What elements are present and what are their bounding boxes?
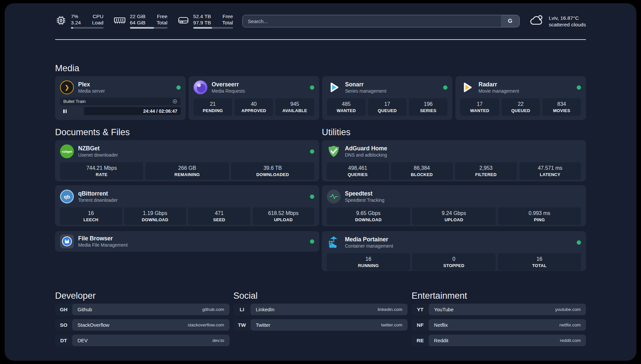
link-url: stackoverflow.com (188, 322, 224, 327)
app-card-qbittorrent[interactable]: qb qBittorrent Torrent downloader 16 LEE… (55, 185, 319, 226)
section-title-media: Media (55, 63, 586, 74)
link-abbr: LI (233, 304, 251, 315)
stat-box: 40 APPROVED (234, 98, 273, 116)
search-engine-button[interactable]: G (501, 15, 519, 27)
app-card-nzbget[interactable]: nzbget NZBGet Usenet downloader 744.21 M… (55, 140, 319, 181)
speedtest-icon (327, 190, 341, 203)
cloud-icon (529, 15, 544, 28)
stat-box: 16 TOTAL (498, 253, 581, 271)
stat-box: 16 RUNNING (327, 253, 410, 271)
link-abbr: TW (233, 319, 251, 331)
disk-total-label: Total (222, 20, 233, 26)
link-twitter[interactable]: TW Twitter twitter.com (233, 319, 408, 331)
app-desc: Series management (345, 88, 386, 94)
link-name: Reddit (434, 338, 448, 343)
link-stackoverflow[interactable]: SO StackOverflow stackoverflow.com (55, 319, 229, 331)
now-playing-row: Bullet Train (60, 98, 181, 105)
app-card-plex[interactable]: ❯ Plex Media server Bullet Train (55, 76, 186, 120)
stat-box: 945 AVAILABLE (275, 98, 314, 116)
link-linkedin[interactable]: LI LinkedIn linkedin.com (233, 304, 408, 315)
playback-time: 24:44 / 02:06:47 (143, 108, 181, 114)
status-dot (577, 85, 581, 90)
sonarr-icon (327, 80, 341, 94)
app-name: Plex (78, 81, 105, 88)
header: 7% 3.24 CPU Load (55, 12, 586, 30)
stat-box: 834 MOVIES (542, 98, 581, 116)
app-card-overseerr[interactable]: Overseerr Media Requests 21 PENDING 40 A… (189, 76, 319, 120)
app-name: qBittorrent (78, 190, 118, 197)
cpu-load-value: 3.24 (71, 20, 81, 26)
disk-free-label: Free (222, 14, 233, 19)
stat-box: 2,953 FILTERED (455, 162, 517, 180)
stat-box: 618.52 Mbps UPLOAD (253, 207, 315, 225)
disk-free: 52.4 TB (193, 14, 211, 19)
stat-box: 16 LEECH (60, 207, 122, 225)
app-desc: Usenet downloader (78, 152, 118, 158)
link-url: twitter.com (381, 322, 403, 327)
app-card-speedtest[interactable]: Speedtest Speedtest Tracking 9.65 Gbps D… (322, 185, 586, 226)
link-abbr: GH (55, 304, 72, 315)
stat-box: 471 SEED (188, 207, 250, 225)
gear-icon[interactable] (172, 99, 177, 104)
stat-box: 266 GB REMAINING (145, 162, 229, 180)
link-name: Twitter (256, 322, 270, 328)
stat-box: 9.65 Gbps DOWNLOAD (327, 207, 410, 225)
cpu-label: CPU (92, 14, 103, 19)
stat-box: 22 QUEUED (502, 98, 540, 116)
dashboard: 7% 3.24 CPU Load (5, 3, 636, 361)
search-input[interactable] (243, 15, 501, 27)
app-desc: Torrent downloader (78, 197, 118, 203)
disk-total: 97.9 TB (193, 20, 211, 26)
status-dot (310, 85, 314, 90)
link-abbr: YT (412, 304, 429, 315)
search-bar[interactable]: G (242, 15, 520, 27)
app-card-radarr[interactable]: Radarr Movie management 17 WANTED 22 QUE… (455, 76, 586, 120)
link-abbr: DT (55, 335, 72, 346)
app-name: Overseerr (212, 81, 245, 88)
link-abbr: NF (412, 319, 429, 331)
section-title-documents: Documents & Files (55, 127, 319, 137)
radarr-icon (460, 80, 474, 94)
stat-box: 0.993 ms PING (498, 207, 581, 225)
status-dot (310, 195, 314, 199)
stat-box: 17 WANTED (460, 98, 499, 116)
stat-box: 39.6 TB DOWNLOADED (231, 162, 314, 180)
link-name: LinkedIn (256, 307, 275, 312)
overseerr-icon (194, 80, 207, 94)
section-title-developer: Developer (55, 290, 229, 301)
link-url: reddit.com (560, 338, 581, 343)
link-youtube[interactable]: YT YouTube youtube.com (412, 304, 586, 315)
stat-box: 196 SERIES (409, 98, 447, 116)
playback-progress-bar[interactable]: 24:44 / 02:06:47 (60, 107, 181, 115)
adguard-icon (327, 144, 341, 158)
link-abbr: SO (55, 319, 72, 331)
link-netflix[interactable]: NF Netflix netflix.com (412, 319, 586, 331)
app-name: Sonarr (345, 81, 386, 88)
app-card-portainer[interactable]: Media Portainer Container management 16 … (322, 231, 586, 271)
link-url: github.com (202, 307, 224, 312)
disk-stat: 52.4 TB 97.9 TB Free Total (177, 14, 233, 29)
stat-box: 0 STOPPED (412, 253, 495, 271)
app-desc: Container management (345, 243, 393, 249)
qbittorrent-icon: qb (60, 190, 74, 203)
link-dev[interactable]: DT DEV dev.to (55, 335, 229, 346)
pause-button[interactable] (63, 109, 67, 113)
link-url: youtube.com (555, 307, 581, 312)
disk-progress (193, 27, 233, 29)
app-name: Speedtest (345, 190, 384, 197)
link-github[interactable]: GH Github github.com (55, 304, 229, 315)
plex-icon: ❯ (60, 80, 74, 94)
app-card-sonarr[interactable]: Sonarr Series management 485 WANTED 17 Q… (322, 76, 453, 120)
app-card-adguard[interactable]: AdGuard Home DNS and adblocking 498,461 … (322, 140, 586, 181)
status-dot (176, 85, 181, 90)
app-desc: Media File Management (78, 242, 128, 248)
link-name: Github (77, 307, 92, 312)
app-desc: DNS and adblocking (345, 152, 387, 158)
link-name: YouTube (434, 307, 453, 312)
app-name: Radarr (478, 81, 519, 88)
app-card-filebrowser[interactable]: File Browser Media File Management (55, 231, 319, 252)
status-dot (443, 85, 447, 90)
link-abbr: RE (412, 335, 429, 346)
link-name: Netflix (434, 322, 448, 328)
link-reddit[interactable]: RE Reddit reddit.com (412, 335, 586, 346)
